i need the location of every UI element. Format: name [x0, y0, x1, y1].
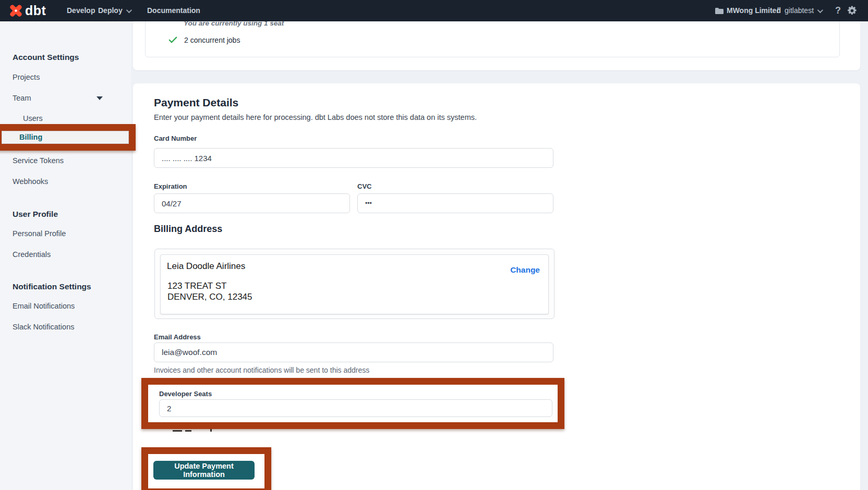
card-number-label: Card Number	[154, 134, 197, 143]
chevron-down-icon	[126, 7, 131, 13]
change-address-link[interactable]: Change	[510, 265, 540, 275]
card-number-input[interactable]	[154, 148, 553, 168]
app-screen: You are currently using 1 seat 2 concurr…	[0, 0, 868, 490]
sidebar-item-team[interactable]: Team	[13, 94, 31, 102]
billing-address-title: Billing Address	[154, 223, 222, 235]
payment-card: Payment Details Enter your payment detai…	[133, 83, 860, 490]
sidebar-heading-account-settings: Account Settings	[13, 53, 79, 62]
account-name[interactable]: MWong Limited	[727, 0, 781, 21]
check-icon	[168, 36, 177, 45]
settings-sidebar: Account Settings Projects Team Users Ser…	[0, 21, 131, 490]
project-selector[interactable]: gitlabtest	[785, 0, 822, 21]
dbt-logo[interactable]	[9, 4, 23, 20]
sidebar-heading-user-profile: User Profile	[13, 210, 58, 219]
sidebar-item-slack-notifications[interactable]: Slack Notifications	[13, 323, 74, 331]
sidebar-item-billing-label: Billing	[19, 133, 42, 141]
email-address-label: Email Address	[154, 333, 201, 341]
payment-details-title: Payment Details	[154, 96, 238, 109]
billing-address-panel: Leia Doodle Airlines Change 123 TREAT ST…	[160, 254, 549, 314]
sidebar-item-billing[interactable]: Billing	[2, 131, 129, 144]
address-lines: 123 TREAT ST DENVER, CO, 12345	[167, 280, 252, 302]
sidebar-item-projects[interactable]: Projects	[13, 73, 40, 81]
nav-develop[interactable]: Develop	[67, 0, 95, 21]
sidebar-item-credentials[interactable]: Credentials	[13, 250, 51, 259]
sidebar-item-personal-profile[interactable]: Personal Profile	[13, 229, 66, 238]
nav-documentation[interactable]: Documentation	[147, 0, 200, 21]
annotation-box-update-button: Update Payment Information	[141, 447, 271, 490]
email-address-input[interactable]	[154, 342, 553, 362]
address-line1: 123 TREAT ST	[167, 280, 252, 291]
address-line2: DENVER, CO, 12345	[167, 291, 252, 302]
payment-details-subtitle: Enter your payment details here for proc…	[154, 113, 477, 122]
caret-down-icon[interactable]	[97, 96, 103, 100]
sidebar-item-users[interactable]: Users	[23, 114, 43, 123]
email-help-text: Invoices and other account notifications…	[154, 366, 369, 374]
nav-deploy[interactable]: Deploy	[98, 0, 130, 21]
folder-icon	[715, 7, 724, 17]
cvc-input[interactable]	[357, 193, 553, 213]
help-icon[interactable]: ?	[835, 0, 841, 21]
developer-seats-input[interactable]	[159, 399, 552, 417]
developer-seats-label: Developer Seats	[159, 390, 212, 398]
breadcrumb-separator: /	[777, 0, 779, 21]
billing-address-box: Leia Doodle Airlines Change 123 TREAT ST…	[154, 249, 554, 319]
clipped-text-fragment	[185, 430, 191, 432]
clipped-text-fragment	[210, 428, 212, 432]
sidebar-item-service-tokens[interactable]: Service Tokens	[13, 156, 64, 165]
nav-deploy-label: Deploy	[98, 6, 123, 15]
concurrent-jobs-text: 2 concurrent jobs	[184, 36, 240, 44]
gear-icon[interactable]	[847, 6, 857, 18]
brand-wordmark: dbt	[25, 0, 46, 21]
chevron-down-icon	[817, 7, 823, 13]
expiration-input[interactable]	[154, 193, 350, 213]
update-payment-button[interactable]: Update Payment Information	[153, 461, 255, 480]
sidebar-heading-notification-settings: Notification Settings	[13, 282, 91, 291]
clipped-text-fragment	[173, 430, 182, 432]
cvc-label: CVC	[357, 182, 371, 191]
sidebar-item-email-notifications[interactable]: Email Notifications	[13, 302, 75, 310]
expiration-label: Expiration	[154, 182, 187, 191]
top-navigation-bar: dbt Develop Deploy Documentation MWong L…	[0, 0, 868, 21]
project-name: gitlabtest	[785, 6, 814, 15]
address-company-name: Leia Doodle Airlines	[167, 261, 245, 272]
sidebar-item-webhooks[interactable]: Webhooks	[13, 177, 48, 186]
annotation-box-developer-seats: Developer Seats	[141, 378, 564, 429]
